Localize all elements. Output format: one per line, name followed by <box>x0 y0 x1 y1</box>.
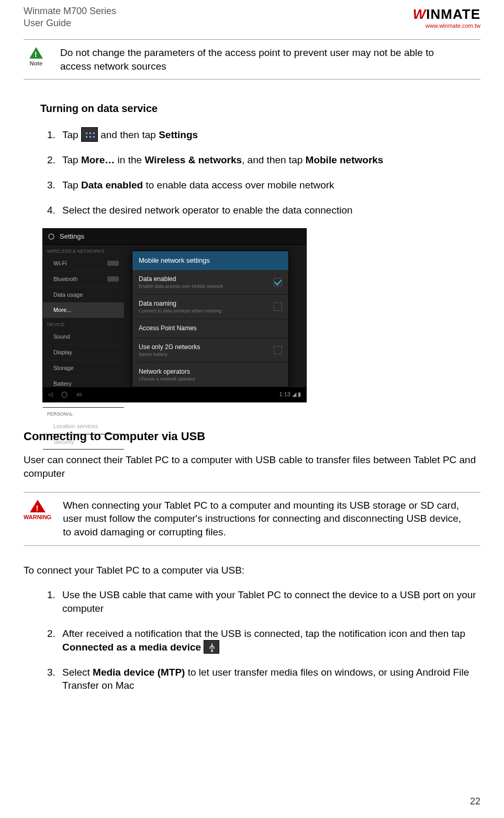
step-text: , and then tap <box>242 154 306 165</box>
row-subtitle: Connect to data services when roaming <box>139 308 221 314</box>
step-2: Tap More… in the Wireless & networks, an… <box>58 153 480 167</box>
toggle-icon <box>107 261 119 266</box>
step-text: and then tap <box>100 129 159 140</box>
dialog-row-data-roaming: Data roamingConnect to data services whe… <box>132 295 288 319</box>
shot-navbar: ◁ ◯ ▭ 1:13 ◢ ▮ <box>43 387 306 402</box>
row-subtitle: Saves battery <box>139 351 200 357</box>
label: Security <box>53 438 74 446</box>
dialog-row-2g: Use only 2G networksSaves battery <box>132 338 288 363</box>
sidebar-item-wifi: Wi-Fi <box>43 256 124 272</box>
dialog-row-operators: Network operatorsChoose a network operat… <box>132 363 288 387</box>
step-text: to enable data access over mobile networ… <box>143 180 334 191</box>
row-title: Data enabled <box>139 275 223 283</box>
steps-list: Tap and then tap Settings Tap More… in t… <box>58 127 480 217</box>
mobile-network-dialog: Mobile network settings Data enabledEnab… <box>132 251 289 387</box>
home-icon: ◯ <box>61 391 68 397</box>
dialog-row-data-enabled: Data enabledEnable data access over Mobi… <box>132 270 288 295</box>
battery-icon: ▮ <box>298 391 301 397</box>
label: Sound <box>53 333 70 341</box>
usb-step-1: Use the USB cable that came with your Ta… <box>58 588 480 615</box>
android-settings-screenshot: Settings WIRELESS & NETWORKS Wi-Fi Bluet… <box>42 228 307 402</box>
wifi-icon: ◢ <box>292 391 298 397</box>
status-area: 1:13 ◢ ▮ <box>279 390 301 398</box>
note-text: Do not change the parameters of the acce… <box>60 46 480 73</box>
step-1: Tap and then tap Settings <box>58 127 480 142</box>
sidebar-item-security: Security <box>43 434 124 450</box>
bold-term: More… <box>81 154 115 165</box>
row-title: Use only 2G networks <box>139 343 200 351</box>
apps-grid-icon <box>81 127 98 142</box>
sidebar-item-display: Display <box>43 345 124 361</box>
checkbox-icon <box>274 346 282 354</box>
sidebar-item-sound: Sound <box>43 329 124 345</box>
label: Storage <box>53 364 74 372</box>
note-callout: Note Do not change the parameters of the… <box>24 39 480 80</box>
row-subtitle: Enable data access over Mobile network <box>139 283 223 289</box>
label: Battery <box>53 380 72 388</box>
usb-step-2: After received a notification that the U… <box>58 627 480 654</box>
clock: 1:13 <box>279 391 290 397</box>
document-header: Winmate M700 Series User Guide WINMATE w… <box>24 5 480 30</box>
gear-icon <box>47 232 55 241</box>
sidebar-item-more: More... <box>43 302 124 318</box>
toggle-icon <box>107 276 119 282</box>
step-text: Tap <box>62 180 81 191</box>
bold-term: Wireless & networks <box>144 154 242 165</box>
note-icon-column: Note <box>24 46 49 68</box>
brand-logo: WINMATE www.winmate.com.tw <box>413 5 480 30</box>
back-icon: ◁ <box>48 391 52 397</box>
checkbox-icon <box>274 302 282 311</box>
sidebar-item-storage: Storage <box>43 361 124 376</box>
logo-text: WINMATE <box>413 6 480 22</box>
step-text: Tap <box>62 154 81 165</box>
sidebar-item-data-usage: Data usage <box>43 287 124 303</box>
sidebar-item-location: Location services <box>43 419 124 434</box>
label: More... <box>53 306 71 314</box>
page-number: 22 <box>470 795 480 808</box>
step-text: Select <box>62 667 93 678</box>
usb-intro-paragraph: User can connect their Tablet PC to a co… <box>24 453 480 480</box>
svg-point-0 <box>49 234 54 239</box>
sidebar-group-header: PERSONAL <box>43 408 124 419</box>
step-3: Tap Data enabled to enable data access o… <box>58 178 480 192</box>
label: Data usage <box>53 291 83 299</box>
usb-steps-list: Use the USB cable that came with your Ta… <box>58 588 480 692</box>
warning-callout: WARNING When connecting your Tablet PC t… <box>24 492 480 546</box>
dialog-row-apn: Access Point Names <box>132 319 288 338</box>
doc-type: User Guide <box>24 17 116 29</box>
checkbox-icon <box>274 278 282 286</box>
bold-term: Mobile networks <box>306 154 384 165</box>
usb-step-3: Select Media device (MTP) to let user tr… <box>58 666 480 692</box>
row-subtitle: Choose a network operator <box>139 376 196 382</box>
warning-icon-column: WARNING <box>24 499 51 521</box>
bold-term: Connected as a media device <box>62 642 201 653</box>
label: Display <box>53 349 72 356</box>
row-title: Data roaming <box>139 299 221 308</box>
row-title: Network operators <box>139 367 196 376</box>
usb-icon <box>204 640 219 654</box>
note-label: Note <box>30 60 42 68</box>
sidebar-item-bluetooth: Bluetooth <box>43 272 124 287</box>
bold-term: Media device (MTP) <box>93 667 185 678</box>
row-title: Access Point Names <box>139 324 197 332</box>
step-text: After received a notification that the U… <box>62 628 465 639</box>
section-data-service: Turning on data service Tap and then tap… <box>40 102 480 402</box>
label: Wi-Fi <box>53 260 67 267</box>
shot-title: Settings <box>60 232 84 241</box>
product-name: Winmate M700 Series <box>24 5 116 17</box>
header-title-block: Winmate M700 Series User Guide <box>24 5 116 29</box>
recent-icon: ▭ <box>76 391 82 397</box>
bold-term: Settings <box>159 129 198 140</box>
step-4: Select the desired network operator to e… <box>58 204 480 217</box>
warning-label: WARNING <box>24 513 51 521</box>
warning-text: When connecting your Tablet PC to a comp… <box>63 499 480 539</box>
nav-buttons: ◁ ◯ ▭ <box>48 390 89 398</box>
sidebar-group-header: DEVICE <box>43 318 124 329</box>
shot-sidebar: WIRELESS & NETWORKS Wi-Fi Bluetooth Data… <box>43 245 124 402</box>
sidebar-group-header: WIRELESS & NETWORKS <box>43 245 124 256</box>
dialog-title: Mobile network settings <box>132 251 288 270</box>
warning-icon <box>30 500 46 512</box>
label: Location services <box>53 422 98 430</box>
label: Bluetooth <box>53 275 77 283</box>
logo-url: www.winmate.com.tw <box>413 22 480 30</box>
